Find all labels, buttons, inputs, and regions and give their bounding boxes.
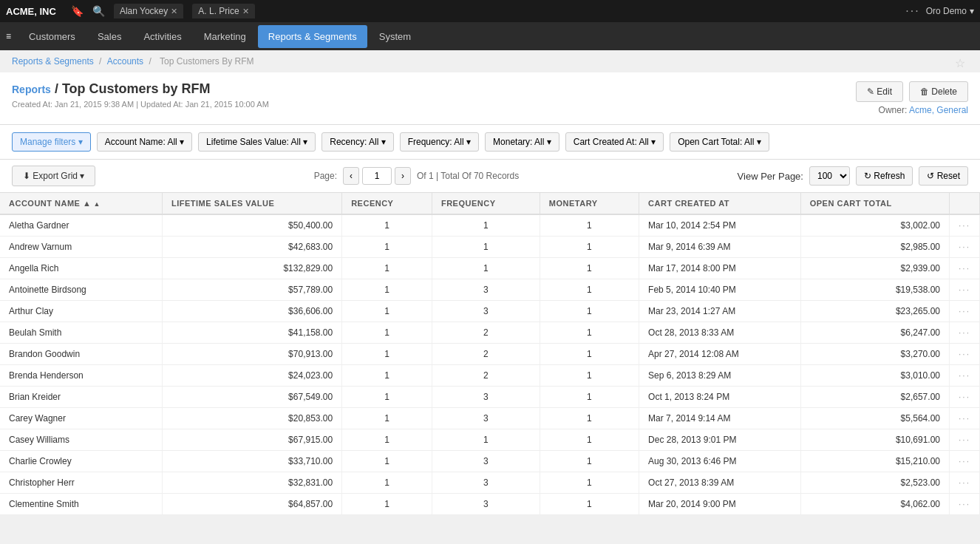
table-row: Arthur Clay $36,606.00 1 3 1 Mar 23, 201… [0,301,980,322]
page-number-input[interactable] [362,167,392,185]
cell-row-actions[interactable]: ··· [949,322,979,344]
cell-account: Angella Rich [0,258,162,279]
cell-row-actions[interactable]: ··· [949,408,979,429]
cell-row-actions[interactable]: ··· [949,237,979,258]
cell-open-cart: $5,564.00 [800,408,949,429]
page-next-button[interactable]: › [395,167,411,185]
row-actions-icon[interactable]: ··· [959,370,970,381]
filter-monetary[interactable]: Monetary: All ▾ [485,132,559,152]
per-page-select[interactable]: 100 25 50 [809,166,850,186]
row-actions-icon[interactable]: ··· [959,392,970,402]
export-grid-button[interactable]: ⬇ Export Grid ▾ [12,166,95,186]
row-actions-icon[interactable]: ··· [959,349,970,359]
cell-lifetime: $64,857.00 [162,494,341,515]
nav-marketing[interactable]: Marketing [194,25,256,48]
cell-row-actions[interactable]: ··· [949,279,979,301]
row-actions-icon[interactable]: ··· [959,327,970,338]
filter-account-name[interactable]: Account Name: All ▾ [97,132,192,152]
cell-account: Brandon Goodwin [0,344,162,365]
filters-bar: Manage filters ▾ Account Name: All ▾ Lif… [0,125,980,160]
nav-activities[interactable]: Activities [133,25,191,48]
manage-filters-button[interactable]: Manage filters ▾ [12,132,91,152]
cell-cart-created: Apr 27, 2014 12:08 AM [639,344,801,365]
row-actions-icon[interactable]: ··· [959,242,970,252]
table-row: Carey Wagner $20,853.00 1 3 1 Mar 7, 201… [0,408,980,429]
nav-reports-segments[interactable]: Reports & Segments [258,25,367,48]
cell-frequency: 2 [432,344,540,365]
filter-open-cart-total[interactable]: Open Cart Total: All ▾ [670,132,769,152]
cell-row-actions[interactable]: ··· [949,214,979,237]
breadcrumb-accounts[interactable]: Accounts [107,56,143,67]
cell-monetary: 1 [540,365,639,387]
table-header: ACCOUNT NAME ▲ LIFETIME SALES VALUE RECE… [0,193,980,214]
cell-row-actions[interactable]: ··· [949,301,979,322]
tab-close-icon[interactable]: ✕ [242,7,249,16]
cell-row-actions[interactable]: ··· [949,472,979,494]
toolbar-right: View Per Page: 100 25 50 ↻ Refresh ↺ Res… [738,166,968,186]
cell-account: Casey Williams [0,429,162,451]
tab-label: Alan Yockey [120,6,168,16]
table-row: Antoinette Birdsong $57,789.00 1 3 1 Feb… [0,279,980,301]
reports-link[interactable]: Reports [12,84,51,95]
cell-open-cart: $19,538.00 [800,279,949,301]
tab-close-icon[interactable]: ✕ [171,7,177,16]
cell-account: Charlie Crowley [0,451,162,472]
filter-frequency[interactable]: Frequency: All ▾ [400,132,479,152]
cell-cart-created: Mar 20, 2014 9:00 PM [639,494,801,515]
cell-lifetime: $57,789.00 [162,279,341,301]
page-prev-button[interactable]: ‹ [343,167,359,185]
page-label: Page: [314,171,337,181]
cell-row-actions[interactable]: ··· [949,344,979,365]
cell-row-actions[interactable]: ··· [949,494,979,515]
tab-al-price[interactable]: A. L. Price ✕ [192,4,254,18]
cell-monetary: 1 [540,472,639,494]
user-menu[interactable]: Oro Demo ▾ [926,6,974,16]
cell-open-cart: $3,010.00 [800,365,949,387]
row-actions-icon[interactable]: ··· [959,263,970,273]
reset-button[interactable]: ↺ Reset [919,166,968,186]
filter-recency[interactable]: Recency: All ▾ [321,132,393,152]
col-account-name[interactable]: ACCOUNT NAME ▲ [0,193,162,214]
brand-name: ACME, INC [6,6,56,17]
cell-row-actions[interactable]: ··· [949,451,979,472]
nav-system[interactable]: System [369,25,421,48]
page-nav: ‹ › [343,167,411,185]
col-open-cart: OPEN CART TOTAL [800,193,949,214]
tab-alan-yockey[interactable]: Alan Yockey ✕ [114,4,183,18]
col-monetary: MONETARY [540,193,639,214]
row-actions-icon[interactable]: ··· [959,306,970,316]
breadcrumb-reports-segments[interactable]: Reports & Segments [12,56,94,67]
more-tabs-icon[interactable]: ··· [905,4,919,18]
bookmark-icon[interactable]: 🔖 [71,5,84,17]
row-actions-icon[interactable]: ··· [959,499,970,509]
row-actions-icon[interactable]: ··· [959,285,970,295]
row-actions-icon[interactable]: ··· [959,413,970,424]
row-actions-icon[interactable]: ··· [959,477,970,488]
cell-row-actions[interactable]: ··· [949,365,979,387]
cell-row-actions[interactable]: ··· [949,387,979,408]
edit-button[interactable]: ✎ Edit [856,81,903,102]
owner-link[interactable]: Acme, General [909,105,968,115]
nav-sales[interactable]: Sales [87,25,132,48]
row-actions-icon[interactable]: ··· [959,435,970,445]
cell-frequency: 1 [432,214,540,237]
nav-logo[interactable]: ≡ [6,31,11,41]
refresh-button[interactable]: ↻ Refresh [856,166,913,186]
cell-lifetime: $33,710.00 [162,451,341,472]
row-actions-icon[interactable]: ··· [959,456,970,466]
table-row: Christopher Herr $32,831.00 1 3 1 Oct 27… [0,472,980,494]
delete-button[interactable]: 🗑 Delete [909,81,968,102]
search-icon[interactable]: 🔍 [92,5,105,17]
cell-frequency: 2 [432,365,540,387]
row-actions-icon[interactable]: ··· [959,220,970,231]
cell-row-actions[interactable]: ··· [949,429,979,451]
cell-account: Andrew Varnum [0,237,162,258]
nav-customers[interactable]: Customers [18,25,86,48]
top-bar-right: ··· Oro Demo ▾ [905,4,974,18]
cell-cart-created: Mar 9, 2014 6:39 AM [639,237,801,258]
filter-lifetime-sales[interactable]: Lifetime Sales Value: All ▾ [198,132,316,152]
filter-cart-created[interactable]: Cart Created At: All ▾ [565,132,664,152]
page-title: Top Customers by RFM [62,81,211,96]
bookmark-page-icon[interactable]: ☆ [955,56,965,70]
cell-row-actions[interactable]: ··· [949,258,979,279]
